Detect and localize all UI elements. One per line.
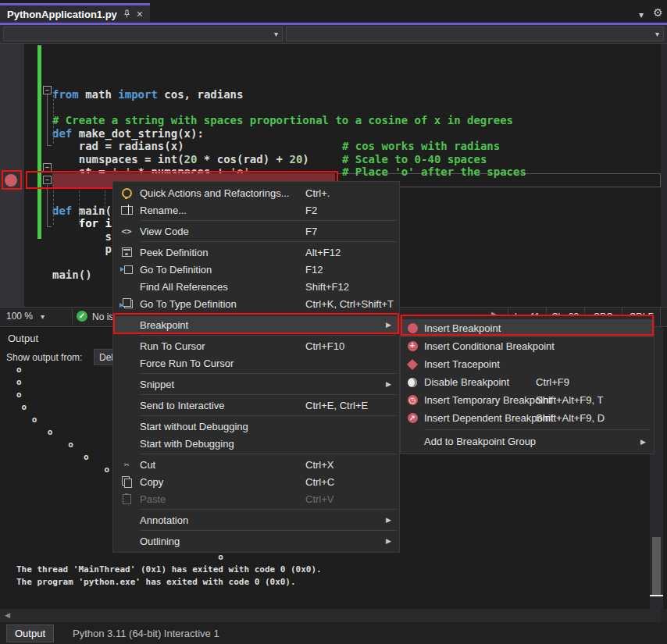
menu-item-label: Send to Interactive bbox=[140, 400, 224, 411]
zoom-level-dropdown[interactable]: 100 % bbox=[6, 311, 33, 322]
indent-guide bbox=[105, 187, 105, 215]
menu-item-label: Force Run To Cursor bbox=[140, 358, 234, 369]
menu-item-outlining[interactable]: Outlining▶ bbox=[113, 532, 399, 550]
menu-item-snippet[interactable]: Snippet▶ bbox=[113, 375, 399, 393]
menu-item-insert-tracepoint[interactable]: Insert Tracepoint bbox=[401, 355, 654, 373]
panel-tab-python-3-11-64-bit-interactive-1[interactable]: Python 3.11 (64-bit) Interactive 1 bbox=[65, 625, 227, 642]
breakpoint-submenu: Insert BreakpointInsert Conditional Brea… bbox=[400, 315, 655, 454]
nav-type-dropdown[interactable]: ▾ bbox=[3, 27, 283, 41]
panel-tab-output[interactable]: Output bbox=[6, 624, 54, 642]
menu-item-label: View Code bbox=[140, 226, 189, 237]
document-tab[interactable]: PythonApplication1.py × bbox=[0, 3, 150, 23]
fold-collapse-icon[interactable]: − bbox=[43, 163, 52, 172]
menu-item-paste[interactable]: PasteCtrl+V bbox=[113, 490, 399, 507]
menu-item-label: Insert Temporary Breakpoint bbox=[424, 394, 551, 406]
menu-item-label: Go To Type Definition bbox=[140, 298, 237, 310]
code-line: rad = radians(x) # cos works with radian… bbox=[52, 140, 500, 153]
code-line: numspaces = int(20 * cos(rad) + 20) # Sc… bbox=[52, 153, 487, 166]
submenu-arrow-icon: ▶ bbox=[386, 537, 391, 545]
peek-definition-icon bbox=[113, 247, 140, 257]
menu-item-insert-breakpoint[interactable]: Insert Breakpoint bbox=[401, 319, 654, 337]
close-icon[interactable]: × bbox=[137, 9, 143, 19]
menu-item-label: Insert Breakpoint bbox=[424, 322, 501, 334]
status-divider bbox=[72, 309, 73, 324]
scrollbar-corner bbox=[661, 609, 667, 622]
menu-item-shortcut: Alt+F12 bbox=[305, 247, 341, 258]
fold-collapse-icon[interactable]: − bbox=[43, 86, 52, 94]
menu-item-cut[interactable]: ✂CutCtrl+X bbox=[113, 456, 399, 473]
menu-item-force-run-to-cursor[interactable]: Force Run To Cursor bbox=[113, 354, 399, 372]
fold-bracket bbox=[47, 185, 48, 226]
menu-item-shortcut: Ctrl+E, Ctrl+E bbox=[305, 400, 368, 411]
gear-icon[interactable]: ⚙ bbox=[653, 8, 663, 17]
nav-member-dropdown[interactable]: ▾ bbox=[286, 27, 664, 41]
scrollbar-thumb[interactable] bbox=[652, 537, 661, 595]
pin-icon[interactable] bbox=[123, 7, 131, 21]
dependent-breakpoint-icon: ↗ bbox=[401, 413, 424, 423]
menu-item-shortcut: Ctrl+V bbox=[305, 493, 334, 505]
vs-ide-window: PythonApplication1.py × ▾ ⚙ ▾ ▾ from mat… bbox=[0, 0, 667, 644]
menu-item-label: Insert Conditional Breakpoint bbox=[424, 340, 555, 352]
code-line: from math import cos, radians bbox=[52, 88, 243, 101]
insert-breakpoint-icon bbox=[401, 323, 424, 333]
menu-item-shortcut: F7 bbox=[305, 226, 317, 237]
document-tab-title: PythonApplication1.py bbox=[7, 9, 117, 20]
menu-item-label: Snippet bbox=[140, 379, 174, 390]
submenu-arrow-icon: ▶ bbox=[640, 438, 646, 446]
output-horizontal-scrollbar[interactable] bbox=[0, 609, 661, 622]
no-issues-check-icon[interactable]: ✓ bbox=[77, 311, 87, 322]
menu-item-insert-conditional-breakpoint[interactable]: Insert Conditional Breakpoint bbox=[401, 337, 654, 355]
view-code-icon: <> bbox=[113, 226, 140, 237]
submenu-arrow-icon: ▶ bbox=[386, 380, 391, 388]
conditional-breakpoint-icon bbox=[401, 341, 424, 351]
menu-item-send-to-interactive[interactable]: Send to InteractiveCtrl+E, Ctrl+E bbox=[113, 397, 399, 414]
menu-item-view-code[interactable]: <>View CodeF7 bbox=[113, 222, 399, 240]
scroll-left-icon[interactable]: ◀ bbox=[5, 611, 10, 619]
menu-separator bbox=[140, 220, 396, 221]
copy-icon bbox=[113, 478, 140, 486]
indent-guide bbox=[53, 95, 54, 144]
menu-item-run-to-cursor[interactable]: Run To CursorCtrl+F10 bbox=[113, 337, 399, 354]
menu-item-rename[interactable]: Rename...F2 bbox=[113, 201, 399, 219]
fold-bracket-foot bbox=[47, 145, 52, 146]
menu-item-shortcut: Ctrl+F9 bbox=[536, 376, 569, 388]
show-output-from-label: Show output from: bbox=[6, 352, 82, 363]
menu-separator bbox=[140, 314, 396, 315]
window-list-caret-icon[interactable]: ▾ bbox=[639, 10, 644, 20]
editor-context-menu: Quick Actions and Refactorings...Ctrl+.R… bbox=[112, 181, 400, 553]
menu-item-shortcut: Shift+F12 bbox=[305, 281, 349, 293]
menu-item-breakpoint[interactable]: Breakpoint▶ bbox=[113, 316, 399, 333]
menu-item-label: Breakpoint bbox=[140, 319, 188, 331]
chevron-down-icon[interactable]: ▾ bbox=[41, 312, 45, 321]
menu-item-peek-definition[interactable]: Peek DefinitionAlt+F12 bbox=[113, 244, 399, 261]
menu-separator bbox=[140, 373, 396, 374]
menu-item-start-without-debugging[interactable]: Start without Debugging bbox=[113, 418, 399, 435]
menu-item-add-to-breakpoint-group[interactable]: Add to Breakpoint Group▶ bbox=[401, 432, 654, 450]
menu-item-label: Paste bbox=[140, 493, 166, 505]
panel-tab-bar: OutputPython 3.11 (64-bit) Interactive 1 bbox=[0, 622, 667, 644]
menu-item-go-to-definition[interactable]: Go To DefinitionF12 bbox=[113, 261, 399, 278]
menu-item-find-all-references[interactable]: Find All ReferencesShift+F12 bbox=[113, 278, 399, 295]
menu-item-disable-breakpoint[interactable]: Disable BreakpointCtrl+F9 bbox=[401, 373, 654, 391]
menu-item-shortcut: Shift+Alt+F9, T bbox=[536, 394, 603, 406]
menu-item-shortcut: Shift+Alt+F9, D bbox=[536, 412, 605, 424]
go-to-type-definition-icon bbox=[113, 300, 140, 308]
fold-collapse-icon[interactable]: − bbox=[43, 176, 52, 184]
code-line: pr bbox=[52, 243, 118, 256]
menu-item-quick-actions-and-refactorings[interactable]: Quick Actions and Refactorings...Ctrl+. bbox=[113, 184, 399, 201]
menu-item-copy[interactable]: CopyCtrl+C bbox=[113, 473, 399, 490]
temporary-breakpoint-icon: ◷ bbox=[401, 395, 424, 405]
menu-item-shortcut: F2 bbox=[305, 205, 317, 216]
menu-item-insert-temporary-breakpoint[interactable]: ◷Insert Temporary BreakpointShift+Alt+F9… bbox=[401, 391, 654, 409]
menu-item-label: Disable Breakpoint bbox=[424, 376, 509, 388]
menu-item-start-with-debugging[interactable]: Start with Debugging bbox=[113, 435, 399, 452]
rename-icon bbox=[113, 206, 140, 215]
menu-item-annotation[interactable]: Annotation▶ bbox=[113, 511, 399, 528]
chevron-down-icon: ▾ bbox=[655, 30, 659, 38]
menu-item-insert-dependent-breakpoint[interactable]: ↗Insert Dependent BreakpointShift+Alt+F9… bbox=[401, 409, 654, 427]
code-line: main() bbox=[52, 269, 92, 282]
menu-item-label: Peek Definition bbox=[140, 247, 208, 258]
menu-item-go-to-type-definition[interactable]: Go To Type DefinitionCtrl+K, Ctrl+Shift+… bbox=[113, 295, 399, 312]
menu-item-shortcut: Ctrl+K, Ctrl+Shift+T bbox=[305, 298, 394, 310]
editor-vertical-scrollbar[interactable] bbox=[661, 44, 667, 307]
